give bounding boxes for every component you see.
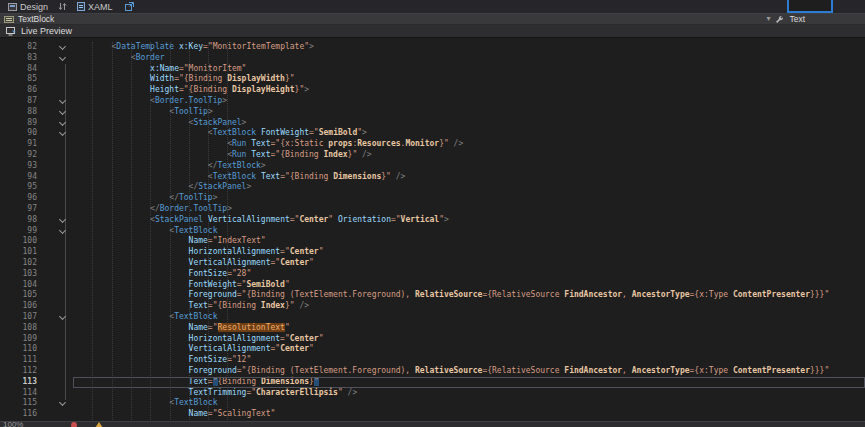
fold-chevron-icon[interactable] xyxy=(59,129,66,136)
fold-margin xyxy=(40,172,73,183)
fold-margin xyxy=(40,74,73,85)
code-line[interactable]: 105 Foreground="{Binding (TextElement.Fo… xyxy=(0,290,865,301)
code-line[interactable]: 95 </StackPanel> xyxy=(0,182,865,193)
popout-window-icon[interactable] xyxy=(125,2,134,11)
code-line[interactable]: 87 <Border.ToolTip> xyxy=(0,96,865,107)
code-line[interactable]: 92 <Run Text="{Binding Index}" /> xyxy=(0,150,865,161)
fold-chevron-icon[interactable] xyxy=(59,108,66,115)
code-line[interactable]: 84 x:Name="MonitorItem" xyxy=(0,64,865,75)
code-line[interactable]: 97 </Border.ToolTip> xyxy=(0,204,865,215)
code-editor[interactable]: 82 <DataTemplate x:Key="MonitorItemTempl… xyxy=(0,38,865,422)
editor-status-strip: 100% xyxy=(0,421,865,427)
fold-chevron-icon[interactable] xyxy=(59,97,66,104)
code-line[interactable]: 106 Text="{Binding Index}" /> xyxy=(0,301,865,312)
error-icon[interactable] xyxy=(71,422,77,427)
line-number: 85 xyxy=(0,74,40,85)
code-line[interactable]: 109 HorizontalAlignment="Center" xyxy=(0,334,865,345)
line-number: 95 xyxy=(0,182,40,193)
fold-chevron-icon[interactable] xyxy=(59,399,66,406)
code-text: VerticalAlignment="Center" xyxy=(73,258,865,269)
line-number: 93 xyxy=(0,161,40,172)
fold-margin xyxy=(40,334,73,345)
line-number: 108 xyxy=(0,323,40,334)
code-line[interactable]: 82 <DataTemplate x:Key="MonitorItemTempl… xyxy=(0,42,865,53)
line-number: 83 xyxy=(0,53,40,64)
fold-margin xyxy=(40,96,73,107)
code-text: Name="IndexText" xyxy=(73,236,865,247)
warning-icon[interactable] xyxy=(95,422,103,427)
code-line[interactable]: 90 <TextBlock FontWeight="SemiBold"> xyxy=(0,128,865,139)
tab-design[interactable]: Design xyxy=(0,0,56,13)
breadcrumb-element[interactable]: TextBlock xyxy=(18,14,54,24)
line-number: 101 xyxy=(0,247,40,258)
design-view-icon xyxy=(8,3,17,11)
code-line[interactable]: 113 Text="{Binding Dimensions}" xyxy=(0,377,865,388)
code-text: <TextBlock xyxy=(73,312,865,323)
code-text: HorizontalAlignment="Center" xyxy=(73,334,865,345)
line-number: 109 xyxy=(0,334,40,345)
code-text: x:Name="MonitorItem" xyxy=(73,64,865,75)
code-line[interactable]: 116 Name="ScalingText" xyxy=(0,409,865,420)
live-preview-icon xyxy=(6,27,17,36)
code-line[interactable]: 88 <ToolTip> xyxy=(0,107,865,118)
code-line[interactable]: 103 FontSize="28" xyxy=(0,269,865,280)
code-line[interactable]: 93 </TextBlock> xyxy=(0,161,865,172)
xaml-document-icon xyxy=(77,2,85,11)
code-text: </Border.ToolTip> xyxy=(73,204,865,215)
code-line[interactable]: 91 <Run Text="{x:Static props:Resources.… xyxy=(0,139,865,150)
line-number: 115 xyxy=(0,398,40,409)
code-line[interactable]: 102 VerticalAlignment="Center" xyxy=(0,258,865,269)
code-line[interactable]: 83 <Border xyxy=(0,53,865,64)
code-line[interactable]: 89 <StackPanel> xyxy=(0,118,865,129)
fold-margin xyxy=(40,366,73,377)
line-number: 110 xyxy=(0,344,40,355)
code-text: <DataTemplate x:Key="MonitorItemTemplate… xyxy=(73,42,865,53)
line-number: 107 xyxy=(0,312,40,323)
code-line[interactable]: 115 <TextBlock xyxy=(0,398,865,409)
code-line[interactable]: 99 <TextBlock xyxy=(0,226,865,237)
code-line[interactable]: 114 TextTrimming="CharacterEllipsis" /> xyxy=(0,388,865,399)
line-number: 97 xyxy=(0,204,40,215)
line-number: 116 xyxy=(0,409,40,420)
fold-chevron-icon[interactable] xyxy=(59,119,66,126)
code-line[interactable]: 104 FontWeight="SemiBold" xyxy=(0,280,865,291)
swap-panes-icon[interactable] xyxy=(58,2,67,11)
tab-xaml[interactable]: XAML xyxy=(69,0,121,13)
fold-chevron-icon[interactable] xyxy=(59,227,66,234)
line-number: 105 xyxy=(0,290,40,301)
property-label[interactable]: Text xyxy=(789,14,805,24)
fold-margin xyxy=(40,107,73,118)
fold-margin xyxy=(40,215,73,226)
code-line[interactable]: 110 VerticalAlignment="Center" xyxy=(0,344,865,355)
code-line[interactable]: 111 FontSize="12" xyxy=(0,355,865,366)
code-line[interactable]: 96 </ToolTip> xyxy=(0,193,865,204)
line-number: 91 xyxy=(0,139,40,150)
zoom-level[interactable]: 100% xyxy=(3,421,23,427)
fold-chevron-icon[interactable] xyxy=(59,43,66,50)
fold-chevron-icon[interactable] xyxy=(59,54,66,61)
code-line[interactable]: 101 HorizontalAlignment="Center" xyxy=(0,247,865,258)
fold-margin xyxy=(40,269,73,280)
line-number: 88 xyxy=(0,107,40,118)
fold-margin xyxy=(40,323,73,334)
fold-margin xyxy=(40,398,73,409)
breadcrumb-dropdown-icon[interactable]: ▾ xyxy=(766,15,770,23)
live-preview-bar: Live Preview xyxy=(0,25,865,38)
code-line[interactable]: 94 <TextBlock Text="{Binding Dimensions}… xyxy=(0,172,865,183)
code-line[interactable]: 98 <StackPanel VerticalAlignment="Center… xyxy=(0,215,865,226)
code-line[interactable]: 86 Height="{Binding DisplayHeight}"> xyxy=(0,85,865,96)
fold-chevron-icon[interactable] xyxy=(59,313,66,320)
code-line[interactable]: 100 Name="IndexText" xyxy=(0,236,865,247)
code-line[interactable]: 107 <TextBlock xyxy=(0,312,865,323)
code-line[interactable]: 112 Foreground="{Binding (TextElement.Fo… xyxy=(0,366,865,377)
fold-margin xyxy=(40,182,73,193)
code-line[interactable]: 85 Width="{Binding DisplayWidth}" xyxy=(0,74,865,85)
line-number: 94 xyxy=(0,172,40,183)
fold-margin xyxy=(40,85,73,96)
code-text: <TextBlock xyxy=(73,398,865,409)
code-text: <TextBlock FontWeight="SemiBold"> xyxy=(73,128,865,139)
fold-chevron-icon[interactable] xyxy=(59,216,66,223)
code-line[interactable]: 108 Name="ResolutionText" xyxy=(0,323,865,334)
tab-design-label: Design xyxy=(20,2,48,12)
code-text: Text="{Binding Index}" /> xyxy=(73,301,865,312)
